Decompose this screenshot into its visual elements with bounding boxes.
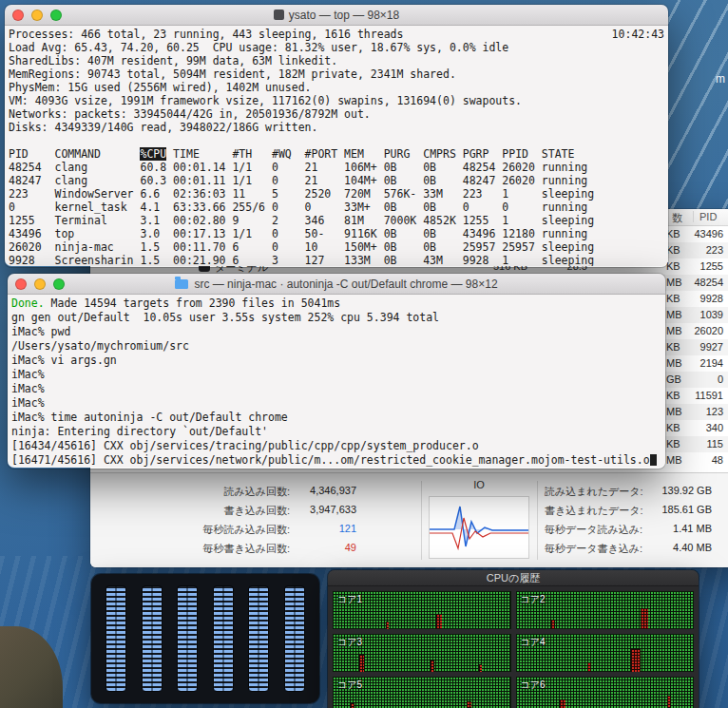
top-process-row: 1255 Terminal 3.1 00:02.80 9 2 346 81M 7…: [9, 214, 664, 227]
minimize-button[interactable]: [34, 278, 46, 290]
core-label: コア5: [337, 679, 362, 692]
pid-value: 48254: [689, 277, 723, 288]
terminal-line: VM: 4093G vsize, 1991M framework vsize, …: [9, 94, 664, 107]
terminal-line: Done. Made 14594 targets from 2390 files…: [11, 297, 661, 311]
pid-value: 115: [689, 438, 723, 450]
cpu-meter: [248, 585, 269, 692]
terminal-line: iMac% vi args.gn: [11, 354, 661, 368]
window-titlebar[interactable]: ysato — top — 98×18: [5, 5, 668, 26]
terminal-cursor: [650, 454, 657, 466]
terminal-window-top[interactable]: ysato — top — 98×18 Processes: 466 total…: [5, 5, 668, 267]
zoom-button[interactable]: [50, 10, 62, 21]
minimize-button[interactable]: [31, 10, 43, 21]
desktop-icon-label-fragment: m: [716, 72, 725, 86]
io-graph: [429, 496, 529, 559]
core-history-panel: コア4: [516, 634, 695, 672]
core-label: コア2: [521, 593, 546, 606]
terminal-line: iMac%: [11, 368, 661, 382]
column-header-pid[interactable]: PID: [693, 211, 717, 222]
zoom-button[interactable]: [53, 278, 65, 290]
pid-value: 0: [689, 373, 723, 385]
top-process-row: 0 kernel_task 4.1 63:33.66 255/6 0 0 33M…: [9, 201, 664, 214]
mem-unit: KB: [666, 341, 687, 353]
window-title: CPUの履歴: [487, 571, 540, 585]
terminal-line: gn gen out/Default 10.05s user 3.55s sys…: [11, 311, 661, 325]
system-load-spike: [351, 703, 354, 708]
core-label: コア4: [521, 636, 546, 649]
terminal-line: Processes: 466 total, 23 running, 443 sl…: [9, 28, 664, 41]
pid-value: 26020: [689, 325, 723, 336]
terminal-line: iMac%: [11, 396, 661, 411]
top-process-row: 43496 top 3.0 00:17.13 1/1 0 50- 9116K 0…: [9, 227, 664, 240]
terminal-line: iMac% pwd: [11, 325, 661, 339]
cpu-history-window[interactable]: CPUの履歴 コア1 コア2 コア3 コア4 コア5: [328, 570, 699, 708]
header-post: TIME #TH #WQ #PORT MEM PURG CMPRS PGRP P…: [166, 147, 574, 161]
system-load-spike: [560, 699, 565, 708]
cpu-usage-window[interactable]: [91, 574, 319, 703]
window-title: ysato — top — 98×18: [289, 9, 399, 22]
mem-unit: KB: [666, 293, 687, 304]
terminal-output-area[interactable]: Done. Made 14594 targets from 2390 files…: [8, 295, 665, 468]
terminal-window-build[interactable]: src — ninja-mac · autoninja -C out/Defau…: [8, 274, 665, 469]
top-table-header: PID COMMAND %CPU TIME #TH #WQ #PORT MEM …: [9, 147, 664, 161]
cpu-meter: [105, 585, 126, 692]
cpu-meter: [213, 585, 234, 692]
stat-label: 毎秒読み込み回数:: [100, 523, 290, 537]
mem-unit: KB: [666, 422, 687, 433]
mem-unit: MB: [666, 277, 687, 288]
panel-divider: [537, 481, 538, 560]
disk-io-panel: 読み込み回数: 4,346,937 書き込み回数: 3,947,633 毎秒読み…: [90, 472, 728, 567]
column-header-threads[interactable]: 数: [672, 211, 682, 225]
close-button[interactable]: [15, 278, 27, 290]
mem-unit: MB: [666, 406, 687, 417]
terminal-proxy-icon: [274, 10, 284, 20]
pid-value: 9927: [689, 341, 723, 353]
pid-value: 223: [689, 244, 723, 256]
mem-unit: MB: [666, 454, 687, 466]
core-label: コア6: [521, 679, 546, 692]
stat-value: 1.41 MB: [673, 523, 712, 537]
pid-value: 9928: [689, 293, 723, 304]
window-titlebar[interactable]: src — ninja-mac · autoninja -C out/Defau…: [8, 274, 665, 295]
mem-unit: MB: [666, 309, 687, 320]
window-titlebar[interactable]: CPUの履歴: [328, 570, 699, 586]
stat-value: 4,346,937: [297, 485, 356, 496]
top-process-row: 9928 Screensharin 1.5 00:21.90 6 3 127 1…: [9, 254, 664, 266]
stat-row: 書き込まれたデータ: 185.61 GB: [545, 504, 712, 518]
stat-label: 読み込み回数:: [100, 485, 290, 499]
stat-row: 毎秒データ書き込み: 4.40 MB: [545, 542, 712, 556]
system-load-spike: [436, 614, 442, 629]
system-load-spike: [467, 701, 471, 708]
stat-value-writes-per-sec: 49: [297, 542, 356, 553]
system-load-spike: [667, 696, 671, 708]
stat-value: 4.40 MB: [673, 542, 712, 556]
mem-unit: KB: [666, 244, 687, 256]
terminal-blank-line: [9, 134, 664, 147]
stat-value: 185.61 GB: [661, 504, 712, 518]
header-pre: PID COMMAND: [9, 147, 140, 161]
stat-label: 毎秒データ書き込み:: [545, 542, 642, 556]
mem-unit: KB: [666, 228, 687, 239]
pid-value: 340: [689, 422, 723, 433]
terminal-line: MemRegions: 90743 total, 5094M resident,…: [9, 67, 664, 81]
ocean-wave-streaks: [667, 0, 728, 223]
io-graph-mode-popup[interactable]: IO: [421, 479, 537, 490]
terminal-line: [16434/45616] CXX obj/services/tracing/p…: [11, 439, 661, 453]
traffic-lights: [15, 278, 65, 290]
terminal-line: SharedLibs: 407M resident, 99M data, 63M…: [9, 54, 664, 67]
mem-unit: KB: [666, 438, 687, 450]
top-clock: 10:42:43: [612, 28, 664, 41]
mem-unit: KB: [666, 260, 687, 272]
header-sort-column-cpu: %CPU: [140, 147, 166, 161]
terminal-output-area[interactable]: Processes: 466 total, 23 running, 443 sl…: [5, 26, 668, 266]
close-button[interactable]: [12, 10, 24, 21]
pid-value: 43496: [689, 228, 723, 239]
mem-unit: MB: [666, 325, 687, 336]
cpu-meter: [177, 585, 198, 692]
system-load-spike: [551, 620, 555, 629]
mem-unit: GB: [666, 373, 687, 385]
system-load-spike: [479, 664, 482, 672]
core-history-panel: コア6: [516, 677, 695, 708]
build-progress-line: [16471/45616] CXX obj/services/network/p…: [11, 453, 650, 467]
stat-value: 139.92 GB: [661, 485, 712, 499]
